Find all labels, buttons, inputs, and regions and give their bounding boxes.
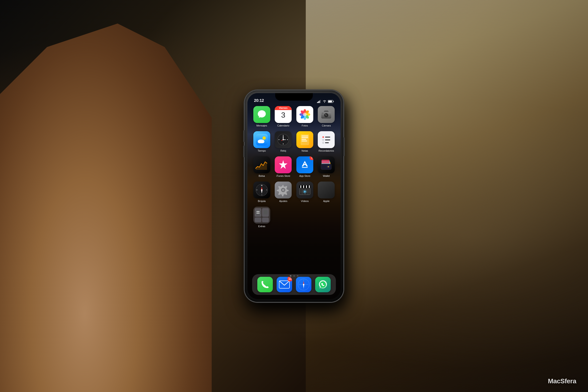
svg-rect-89	[256, 210, 260, 214]
app-label-itunes: iTunes Store	[276, 174, 290, 177]
app-videos[interactable]: Vídeos	[295, 182, 314, 202]
dock: 11	[252, 274, 336, 295]
mail-badge: 11	[288, 277, 292, 282]
svg-point-69	[261, 189, 262, 191]
app-appstore[interactable]: 7 App Store	[295, 156, 314, 177]
app-label-calendario: Calendario	[277, 124, 289, 127]
svg-point-102	[303, 284, 304, 285]
status-icons	[317, 100, 334, 103]
app-extras[interactable]: Extras	[252, 207, 272, 228]
app-wallet[interactable]: Wallet	[317, 156, 336, 177]
app-label-tiempo: Tiempo	[258, 149, 266, 152]
svg-rect-85	[307, 184, 309, 188]
svg-text:S: S	[261, 194, 262, 196]
app-label-wallet: Wallet	[323, 174, 330, 177]
right-background	[306, 0, 588, 392]
dock-telefono[interactable]	[257, 277, 273, 292]
status-time: 20:12	[254, 98, 264, 103]
app-bolsa[interactable]: Bolsa	[252, 156, 272, 177]
app-label-mensajes: Mensajes	[256, 124, 267, 127]
power-button[interactable]	[344, 137, 345, 156]
svg-text:N: N	[261, 184, 262, 186]
app-reloj[interactable]: Reloj	[274, 131, 293, 152]
dock-mail[interactable]: 11	[276, 277, 292, 292]
svg-point-23	[325, 114, 326, 115]
battery-icon	[328, 100, 334, 103]
app-camara[interactable]: Cámara	[317, 106, 336, 127]
svg-rect-48	[325, 140, 330, 140]
cal-header: Viernes	[275, 106, 292, 110]
app-mensajes[interactable]: Mensajes	[252, 106, 272, 127]
volume-down-button[interactable]	[243, 146, 244, 157]
brand-bold: Sfera	[560, 378, 576, 385]
svg-point-61	[328, 166, 329, 167]
app-label-bolsa: Bolsa	[258, 174, 265, 177]
app-fotos[interactable]: Fotos	[295, 106, 314, 127]
svg-rect-93	[258, 212, 260, 214]
app-label-recordatorios: Recordatorios	[318, 149, 334, 152]
app-label-videos: Vídeos	[301, 200, 308, 202]
app-recordatorios[interactable]: Recordatorios	[317, 131, 336, 152]
svg-rect-2	[319, 101, 320, 103]
app-label-notas: Notas	[302, 149, 308, 152]
svg-rect-58	[322, 160, 330, 164]
svg-point-71	[282, 188, 284, 192]
app-label-reloj: Reloj	[280, 149, 286, 152]
svg-point-29	[260, 140, 264, 143]
svg-marker-19	[324, 110, 329, 112]
svg-rect-42	[302, 137, 308, 138]
dock-whatsapp[interactable]	[315, 277, 331, 292]
svg-rect-50	[325, 142, 329, 143]
svg-rect-86	[310, 184, 311, 188]
svg-text:E: E	[266, 189, 267, 191]
svg-point-45	[322, 136, 324, 138]
app-label-appstore: App Store	[299, 174, 310, 177]
svg-rect-46	[325, 136, 330, 138]
svg-point-26	[262, 136, 266, 140]
svg-rect-24	[322, 113, 324, 114]
svg-text:W: W	[256, 189, 258, 191]
app-icon-mensajes	[253, 106, 270, 123]
cal-day: 3	[281, 110, 285, 119]
app-label-ajustes: Ajustes	[279, 200, 288, 202]
app-brujula[interactable]: N S E W Brújula	[252, 182, 272, 202]
app-calendario[interactable]: Viernes 3 Calendario	[274, 106, 293, 127]
svg-rect-5	[333, 101, 334, 102]
app-notas[interactable]: Notas	[295, 131, 314, 152]
dock-safari[interactable]	[296, 277, 312, 292]
svg-rect-92	[256, 212, 258, 214]
svg-rect-91	[258, 211, 260, 212]
app-label-apple: Apple	[323, 200, 330, 202]
svg-point-49	[322, 142, 324, 144]
app-tiempo[interactable]: Tiempo	[252, 131, 272, 152]
svg-rect-44	[302, 140, 307, 141]
svg-rect-94	[264, 210, 268, 214]
signal-icon	[317, 100, 321, 103]
svg-rect-1	[318, 101, 319, 103]
svg-point-47	[322, 139, 324, 140]
svg-point-16	[303, 113, 307, 116]
brand-regular: Mac	[548, 378, 560, 385]
app-label-camara: Cámara	[322, 124, 331, 127]
app-grid: Mensajes Viernes 3 Calendario	[252, 106, 336, 228]
svg-rect-90	[256, 211, 258, 212]
app-label-fotos: Fotos	[302, 124, 308, 127]
app-label-extras: Extras	[258, 225, 265, 228]
brand-watermark: MacSfera	[548, 378, 576, 385]
iphone-device: 20:12	[244, 90, 344, 302]
svg-rect-6	[328, 100, 332, 102]
volume-up-button[interactable]	[243, 130, 244, 142]
app-itunes[interactable]: iTunes Store	[274, 156, 293, 177]
app-label-brujula: Brújula	[258, 200, 266, 202]
svg-rect-0	[317, 102, 318, 103]
svg-point-39	[283, 139, 284, 140]
notch	[275, 93, 313, 101]
iphone-screen: 20:12	[248, 93, 340, 299]
svg-rect-84	[304, 184, 306, 188]
app-ajustes[interactable]: Ajustes	[274, 182, 293, 202]
svg-marker-51	[256, 162, 267, 170]
svg-marker-52	[279, 160, 288, 169]
app-apple[interactable]: Apple	[317, 182, 336, 202]
svg-rect-41	[302, 136, 308, 136]
svg-rect-83	[301, 184, 303, 188]
